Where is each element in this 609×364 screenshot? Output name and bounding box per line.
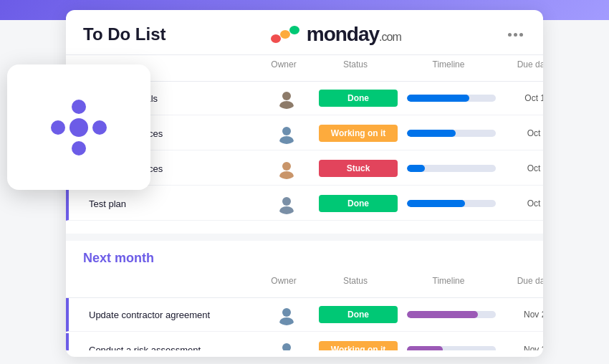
col-duedate: Due date: [499, 276, 543, 293]
timeline-cell: [401, 165, 502, 172]
app-icon: [47, 95, 111, 160]
table-row: Conduct a risk assessment Working on it …: [66, 333, 543, 350]
status-badge: Stuck: [319, 160, 398, 177]
owner-cell: [258, 193, 315, 214]
owner-cell: [258, 339, 315, 350]
col-task: [83, 276, 255, 293]
task-name: Update contractor agreement: [86, 310, 258, 320]
svg-point-6: [279, 136, 294, 144]
status-badge: Done: [319, 90, 398, 107]
timeline-cell: [401, 130, 502, 137]
svg-point-1: [280, 30, 290, 39]
timeline-fill: [407, 311, 478, 318]
timeline-fill: [407, 165, 425, 172]
timeline-fill: [407, 346, 443, 350]
svg-point-7: [282, 162, 291, 171]
logo-text: monday.com: [307, 23, 401, 46]
due-date: Oct 5: [502, 128, 543, 138]
status-cell: Done: [315, 195, 401, 212]
table-row: Update contractor agreement Done Nov 28: [66, 298, 543, 332]
svg-point-21: [72, 141, 86, 155]
table-row: Test plan Done Oct 1 ★ ★: [66, 187, 543, 221]
timeline-track: [407, 165, 496, 172]
app-icon-popup: [7, 64, 150, 190]
col-status: Status: [312, 276, 398, 293]
timeline-track: [407, 130, 496, 137]
section-divider: [66, 234, 543, 241]
avatar: [276, 87, 297, 109]
status-badge: Working on it: [319, 125, 398, 142]
avatar: [276, 339, 297, 350]
status-cell: Stuck: [315, 160, 401, 177]
svg-point-11: [282, 308, 291, 317]
col-status: Status: [312, 59, 398, 77]
timeline-cell: [401, 311, 502, 318]
svg-point-13: [282, 343, 291, 350]
svg-point-2: [289, 26, 299, 34]
avatar: [276, 158, 297, 179]
logo-name: monday: [307, 23, 379, 45]
avatar: [276, 304, 297, 325]
timeline-fill: [407, 200, 465, 207]
timeline-fill: [407, 95, 469, 102]
svg-point-9: [282, 197, 291, 206]
logo-dots: [271, 26, 302, 43]
logo-area: monday.com: [271, 23, 401, 46]
col-timeline: Timeline: [398, 276, 499, 293]
header: To Do List monday.com: [66, 10, 543, 55]
status-badge: Done: [319, 306, 398, 323]
logo-com: .com: [379, 31, 401, 43]
col-owner: Owner: [255, 59, 312, 77]
section-title: Next month: [83, 251, 154, 266]
svg-point-8: [279, 171, 294, 179]
status-cell: Working on it: [315, 125, 401, 142]
svg-point-0: [271, 34, 281, 43]
section-header-next-month: Next month: [66, 241, 543, 272]
page-title: To Do List: [83, 24, 166, 44]
timeline-cell: [401, 346, 502, 350]
due-date: Oct 2: [502, 163, 543, 173]
due-date: Oct 12: [502, 93, 543, 103]
status-badge: Done: [319, 195, 398, 212]
more-options-button[interactable]: [506, 24, 526, 44]
owner-cell: [258, 87, 315, 109]
svg-point-12: [279, 317, 294, 325]
task-name: Test plan: [86, 198, 258, 209]
timeline-track: [407, 311, 496, 318]
owner-cell: [258, 158, 315, 179]
table-header-next-month: Owner Status Timeline Due date Priority …: [66, 272, 543, 298]
logo-icon: [271, 26, 302, 43]
timeline-track: [407, 200, 496, 207]
due-date: Nov 28: [502, 310, 543, 320]
owner-cell: [258, 304, 315, 325]
svg-point-4: [279, 101, 294, 109]
svg-point-20: [72, 100, 86, 114]
col-owner: Owner: [255, 276, 312, 293]
monday-app-icon: [47, 95, 111, 160]
status-cell: Done: [315, 306, 401, 323]
svg-point-5: [282, 127, 291, 135]
col-duedate: Due date: [499, 59, 543, 77]
owner-cell: [258, 123, 315, 144]
timeline-track: [407, 95, 496, 102]
status-cell: Working on it: [315, 341, 401, 350]
svg-point-22: [51, 120, 65, 135]
status-cell: Done: [315, 90, 401, 107]
timeline-cell: [401, 200, 502, 207]
section-next-month: Next month Owner Status Timeline Due dat…: [66, 241, 543, 350]
avatar: [276, 193, 297, 214]
svg-point-3: [282, 92, 291, 100]
task-name: Conduct a risk assessment: [86, 345, 258, 351]
svg-point-10: [279, 206, 294, 214]
due-date: Oct 1: [502, 198, 543, 209]
more-dots-icon: [508, 33, 523, 37]
status-badge: Working on it: [319, 341, 398, 350]
avatar: [276, 123, 297, 144]
timeline-track: [407, 346, 496, 350]
svg-point-19: [69, 118, 88, 137]
svg-point-23: [92, 120, 107, 135]
timeline-fill: [407, 130, 456, 137]
timeline-cell: [401, 95, 502, 102]
due-date: Nov 21: [502, 345, 543, 350]
col-timeline: Timeline: [398, 59, 499, 77]
